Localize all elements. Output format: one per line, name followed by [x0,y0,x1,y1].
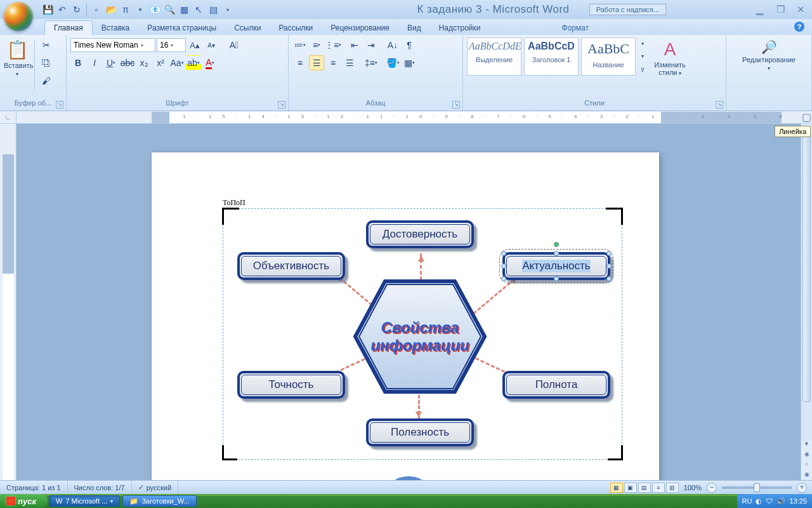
taskbar-folder[interactable]: 📁Заготовки_W... [122,495,196,507]
style-title[interactable]: AaBbCНазвание [581,37,636,76]
styles-scroll-up[interactable]: ▴ [638,37,647,48]
center-hexagon[interactable]: Свойстваинформации [350,276,490,397]
superscript-button[interactable]: x² [153,55,168,70]
tab-stop-selector[interactable]: ∟ [0,111,16,124]
status-language[interactable]: ✓русский [132,481,178,494]
preview-icon[interactable]: 🔍 [163,3,176,16]
close-button[interactable]: ✕ [793,4,808,15]
justify-button[interactable]: ☰ [342,55,357,70]
new-icon[interactable]: ▫ [90,3,103,16]
mail-icon[interactable]: 📧 [148,3,161,16]
indent-inc-button[interactable]: ⇥ [363,37,379,53]
grow-font-button[interactable]: A▴ [187,37,202,53]
node-tl[interactable]: Объективность [237,252,345,280]
format-painter-button[interactable]: 🖌 [39,73,54,88]
styles-scroll-down[interactable]: ▾ [638,51,647,62]
bullets-button[interactable]: ≔▾ [292,37,308,53]
help-icon[interactable]: ? [794,22,804,32]
tab-addins[interactable]: Надстройки [430,21,490,35]
tab-pagelayout[interactable]: Разметка страницы [138,21,225,35]
save-icon[interactable]: 💾 [41,3,54,16]
copy-button[interactable]: ⿻ [39,55,54,70]
font-color-button[interactable]: A▾ [202,55,218,70]
scroll-thumb[interactable] [802,135,811,402]
borders-button[interactable]: ▦▾ [402,55,417,70]
tab-home[interactable]: Главная [44,20,93,35]
zoom-in-button[interactable]: + [797,483,807,493]
underline-button[interactable]: U▾ [103,55,119,70]
redo-icon[interactable]: ↻ [70,3,83,16]
qat-dd-1[interactable]: ▼ [134,3,147,16]
equation-icon[interactable]: π [119,3,132,16]
system-tray[interactable]: RU ◐ 🛡 🔊 13:25 [737,494,812,508]
align-right-button[interactable]: ≡ [325,55,341,70]
styles-dialog-launcher[interactable]: ↘ [716,101,723,109]
zoom-slider[interactable] [722,486,792,489]
ruler-toggle[interactable]: ▢ [801,111,812,123]
tray-time[interactable]: 13:25 [789,497,807,505]
align-center-button[interactable]: ☰ [309,55,324,70]
node-bl[interactable]: Точность [237,371,345,399]
open-icon[interactable]: 📂 [105,3,117,16]
shading-button[interactable]: 🪣▾ [385,55,400,70]
undo-icon[interactable]: ↶ [56,3,69,16]
node-tr[interactable]: Актуальность [502,252,610,280]
editing-button[interactable]: 🔎 Редактирование ▾ [740,37,797,71]
paste-button[interactable]: 📋 Вставить ▾ [4,37,30,77]
vertical-scrollbar[interactable]: ▲ ▼ ◉ ○ ◉ [801,124,812,481]
view-draft[interactable]: ▥ [666,483,679,493]
font-dialog-launcher[interactable]: ↘ [278,101,285,109]
taskbar-word[interactable]: W7 Microsoft ...▾ [49,495,120,507]
styles-more[interactable]: ⊽ [638,65,647,76]
tab-mailings[interactable]: Рассылки [270,21,322,35]
prev-page-icon[interactable]: ◉ [801,451,812,461]
align-left-button[interactable]: ≡ [292,55,308,70]
zoom-level[interactable]: 100% [684,484,702,491]
group-icon[interactable]: ▦ [178,3,190,16]
zoom-out-button[interactable]: − [707,483,717,493]
show-marks-button[interactable]: ¶ [402,37,417,53]
browse-object-icon[interactable]: ○ [801,461,812,471]
vertical-ruler[interactable] [0,124,16,481]
multilevel-button[interactable]: ⋮≡▾ [325,37,341,53]
cut-button[interactable]: ✂ [39,37,54,53]
tray-lang[interactable]: RU [742,497,752,505]
zoom-thumb[interactable] [754,483,760,492]
strike-button[interactable]: abc [120,55,135,70]
drawing-canvas[interactable]: Свойстваинформации Достоверность Объекти… [223,208,622,460]
style-emphasis[interactable]: AaBbCcDdEeВыделение [467,37,521,76]
font-name-combo[interactable]: Times New Roman▾ [70,38,155,52]
tray-icon-1[interactable]: ◐ [756,497,762,505]
status-words[interactable]: Число слов: 1/7 [68,481,132,494]
node-top[interactable]: Достоверность [366,220,474,248]
node-br[interactable]: Полнота [502,371,610,399]
scroll-down-icon[interactable]: ▼ [801,441,812,451]
minimize-button[interactable]: ▁ [752,4,768,15]
paragraph-dialog-launcher[interactable]: ↘ [452,101,460,109]
tray-icon-2[interactable]: 🛡 [766,497,773,505]
status-page[interactable]: Страница: 1 из 1 [0,481,68,494]
tab-format[interactable]: Формат [553,21,598,35]
text-topop[interactable]: ТоПоП [223,198,246,208]
select-icon[interactable]: ↖ [192,3,205,16]
horizontal-ruler[interactable]: ·1·15·14·13·12·11·10·9·8·7·6·5·4·3·2·1··… [152,112,782,123]
clear-formatting-button[interactable]: A⃠ [226,37,242,53]
qat-more-icon[interactable]: ▾ [221,3,234,16]
view-web[interactable]: ▤ [638,483,651,493]
clipboard-dialog-launcher[interactable]: ↘ [56,101,63,109]
start-button[interactable]: пуск [0,494,48,508]
tab-references[interactable]: Ссылки [225,21,270,35]
indent-dec-button[interactable]: ⇤ [347,37,362,53]
view-full-reading[interactable]: ▣ [624,483,637,493]
bold-button[interactable]: B [70,55,86,70]
line-spacing-button[interactable]: ‡≡▾ [363,55,379,70]
style-heading1[interactable]: AaBbCcDЗаголовок 1 [524,37,579,76]
tab-view[interactable]: Вид [398,21,430,35]
font-size-combo[interactable]: 16▾ [157,38,186,52]
office-button[interactable] [4,2,39,37]
tab-review[interactable]: Рецензирование [322,21,398,35]
tab-insert[interactable]: Вставка [93,21,139,35]
sort-button[interactable]: A↓ [385,37,400,53]
restore-button[interactable]: ❐ [773,4,788,15]
italic-button[interactable]: I [87,55,102,70]
